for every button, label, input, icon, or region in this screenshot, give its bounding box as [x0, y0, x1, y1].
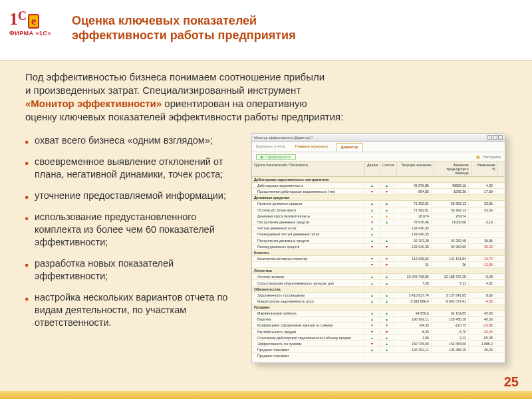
tab-economist[interactable]: Главный экономист: [291, 143, 332, 152]
table-row: Наличие денежных средств▲▲71 992,8153 99…: [252, 201, 505, 207]
table-section: Денежные средства: [252, 195, 505, 201]
settings-link[interactable]: Настройки: [483, 155, 501, 159]
window-titlebar: Монитор эффективности (Директор) *: [252, 134, 505, 142]
col-indicator: Группа показателей / Показатель: [252, 162, 365, 176]
report-tabs: Варианты отчета Главный экономист Директ…: [252, 142, 505, 152]
tabs-label: Варианты отчета: [256, 143, 285, 152]
table-row: Остатки ДС (план-факт)▲▲71 992,8153 992,…: [252, 207, 505, 213]
col-state: Состоя: [380, 162, 397, 176]
list-item: своевременное выявление отклонений от пл…: [25, 156, 245, 181]
table-section: Продажи: [252, 305, 505, 311]
list-item: настройка нескольких вариантов отчета по…: [25, 291, 245, 329]
emphasis: «Монитор эффективности»: [25, 98, 162, 109]
table-row: Эффективность по суммам▼▲160 745,00153 4…: [252, 341, 505, 347]
table-row: Поступление денежных средств▲▲92 303,289…: [252, 238, 505, 244]
toolbar: ▶Сформировать ▦Настройки: [252, 152, 505, 162]
logo-badge-icon: e: [28, 14, 39, 29]
table-row: Просроченная дебиторская задолженность (…: [252, 189, 505, 195]
table-row: Отношение дебиторской задолженности к об…: [252, 335, 505, 341]
table-row: Количество активных клиентов▼▼119 636,62…: [252, 256, 505, 262]
window-title: Монитор эффективности (Директор) *: [254, 136, 313, 140]
table-row: Коэффициент оформления заказов по суммам…: [252, 323, 505, 329]
play-icon: ▶: [261, 155, 264, 159]
table-row: Рентабельность продаж▼▼-8,30-5,70-20,00: [252, 329, 505, 335]
table-row: Дебиторская задолженность▲▲49 876,854882…: [252, 183, 505, 189]
table-section: Логистика: [252, 268, 505, 274]
col-prev: Значение предыдущего периода: [434, 162, 471, 176]
bullet-list: охват всего бизнеса «одним взглядом»; св…: [25, 134, 245, 338]
embedded-screenshot: Монитор эффективности (Директор) * Вариа…: [251, 133, 505, 363]
table-row: Остатки запасов▲▲22 043 798,8522 188 787…: [252, 274, 505, 280]
table-row: Выручка▲▲190 392,11135 486,1040,53: [252, 317, 505, 323]
intro-text: Под эффективностью бизнеса понимаем соот…: [25, 70, 438, 124]
table-row: Поступление денежных средств▼▲78 976,467…: [252, 219, 505, 225]
list-item: использование предустановленного комплек…: [25, 211, 245, 249]
table-row: ▼▼3136-13,89: [252, 262, 505, 268]
close-icon: [498, 135, 503, 140]
divider: [0, 60, 532, 61]
tab-director[interactable]: Директор: [336, 143, 363, 152]
col-change: Изменение %: [471, 162, 498, 176]
table-row: Кредиторская задолженность (упр)▲▲-3 832…: [252, 299, 505, 305]
table-section: Обязательства: [252, 287, 505, 293]
table-header: Группа показателей / Показатель Динам Со…: [252, 162, 505, 177]
table-row: Расход денежных средств▼▼133 040,3592 96…: [252, 244, 505, 250]
table-section: Дебиторская задолженность контрагентов: [252, 177, 505, 183]
cube-icon[interactable]: ▦: [476, 155, 480, 159]
toolbar-right: ▦Настройки: [476, 155, 501, 159]
table-row: Чистый денежный поток▲133 040,35: [252, 225, 505, 231]
table-body: Дебиторская задолженность контрагентовДе…: [252, 177, 505, 358]
table-row: Маржинальная прибыль▲▲94 859,662 163,854…: [252, 311, 505, 317]
table-row: Сопутствующая оборачиваемость запасов, д…: [252, 280, 505, 286]
window-controls: [487, 135, 503, 140]
max-icon: [493, 135, 497, 140]
slide: 1Ce ФИРМА «1С» Оценка ключевых показател…: [0, 0, 532, 399]
table-row: Продажи план/факт: [252, 353, 505, 358]
logo-text: 1Ce: [9, 9, 39, 29]
list-item: охват всего бизнеса «одним взглядом»;: [25, 134, 245, 147]
logo-sub: ФИРМА «1С»: [9, 30, 56, 37]
generate-button[interactable]: ▶Сформировать: [256, 154, 296, 160]
list-item: уточнение предоставляемой информации;: [25, 190, 245, 202]
table-row: Динамика курса базовой валюты●●28,67428,…: [252, 213, 505, 219]
page-number: 25: [504, 374, 519, 390]
col-dynamic: Динам: [365, 162, 380, 176]
list-item: разработка новых показателей эффективнос…: [25, 257, 245, 283]
min-icon: [487, 135, 492, 140]
col-current: Текущее значение: [397, 162, 434, 176]
table-row: Продажи план/факт▲▲190 392,11135 486,104…: [252, 347, 505, 353]
table-section: Клиенты: [252, 250, 505, 256]
header: 1Ce ФИРМА «1С» Оценка ключевых показател…: [0, 0, 532, 60]
logo-1c: 1Ce ФИРМА «1С»: [9, 9, 56, 37]
footer-accent: [0, 391, 532, 399]
page-title: Оценка ключевых показателей эффективност…: [72, 13, 296, 43]
table-row: Задолженность поставщикам▲▲3 410 817,743…: [252, 293, 505, 299]
table-row: Планируемый чистый денежный поток▲133 04…: [252, 231, 505, 237]
